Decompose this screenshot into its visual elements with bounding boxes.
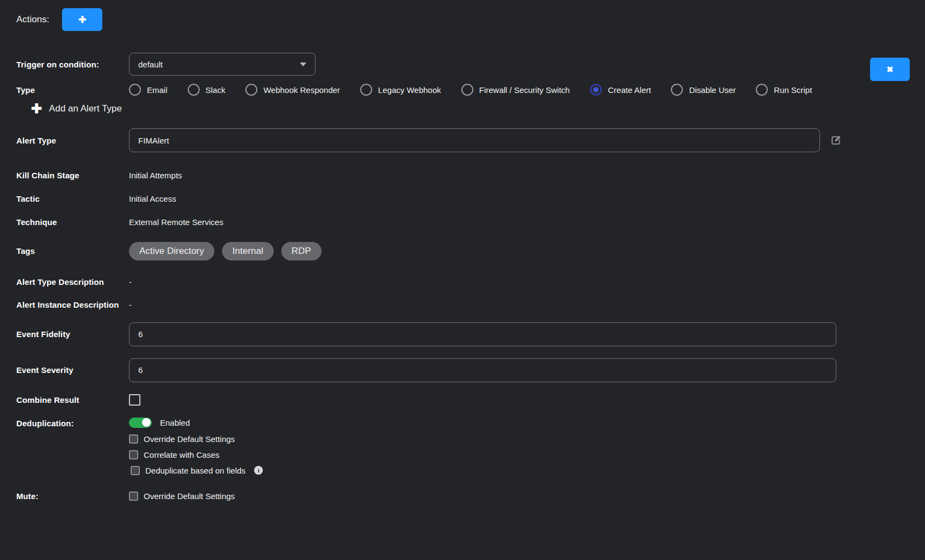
- alert-type-label: Alert Type: [16, 136, 129, 145]
- trigger-condition-value: default: [138, 60, 300, 69]
- kill-chain-stage-value: Initial Attempts: [129, 171, 182, 180]
- mute-row: Mute: Override Default Settings: [16, 491, 910, 501]
- radio-icon: [188, 84, 200, 96]
- deduplication-toggle-row: Enabled: [129, 418, 263, 428]
- radio-firewall-security-switch[interactable]: Firewall / Security Switch: [461, 84, 570, 96]
- trigger-condition-select[interactable]: default: [129, 53, 316, 76]
- radio-run-script[interactable]: Run Script: [756, 84, 812, 96]
- trigger-condition-row: Trigger on condition: default ✖: [16, 53, 910, 76]
- type-radio-group: Email Slack Webhook Responder Legacy Web…: [129, 84, 910, 96]
- alert-type-description-label: Alert Type Description: [16, 277, 129, 287]
- radio-label: Run Script: [774, 85, 812, 95]
- radio-icon: [756, 84, 768, 96]
- add-alert-type-label: Add an Alert Type: [49, 103, 122, 114]
- radio-webhook-responder[interactable]: Webhook Responder: [245, 84, 340, 96]
- radio-email[interactable]: Email: [129, 84, 168, 96]
- trigger-condition-label: Trigger on condition:: [16, 60, 129, 69]
- deduplication-toggle-state: Enabled: [160, 418, 190, 427]
- correlate-with-cases-row: Correlate with Cases: [129, 450, 263, 459]
- deduplicate-based-on-fields-row: Deduplicate based on fields i: [129, 466, 263, 475]
- override-default-settings-checkbox[interactable]: [129, 434, 138, 444]
- radio-label: Legacy Webhook: [378, 85, 441, 95]
- tags-label: Tags: [16, 246, 129, 256]
- tag-chip: Internal: [222, 242, 274, 260]
- radio-disable-user[interactable]: Disable User: [671, 84, 736, 96]
- chevron-down-icon: [300, 63, 306, 66]
- alert-type-description-row: Alert Type Description -: [16, 277, 910, 288]
- correlate-with-cases-checkbox[interactable]: [129, 450, 138, 459]
- action-config-panel: Actions: ✚ Trigger on condition: default…: [0, 0, 925, 560]
- plus-icon: ✚: [31, 102, 42, 115]
- combine-result-row: Combine Result: [16, 394, 910, 406]
- event-severity-row: Event Severity: [16, 358, 910, 382]
- radio-label: Webhook Responder: [263, 85, 340, 95]
- technique-value: External Remote Services: [129, 217, 223, 227]
- radio-icon: [671, 84, 683, 96]
- tactic-label: Tactic: [16, 194, 129, 203]
- radio-icon: [360, 84, 372, 96]
- kill-chain-stage-label: Kill Chain Stage: [16, 171, 129, 180]
- radio-label: Slack: [206, 85, 226, 95]
- radio-icon: [590, 84, 602, 96]
- radio-legacy-webhook[interactable]: Legacy Webhook: [360, 84, 441, 96]
- alert-type-description-value: -: [129, 277, 132, 287]
- technique-row: Technique External Remote Services: [16, 216, 910, 227]
- radio-label: Create Alert: [608, 85, 651, 95]
- add-action-button[interactable]: ✚: [62, 8, 102, 31]
- deduplication-label: Deduplication:: [16, 418, 129, 428]
- radio-icon: [245, 84, 257, 96]
- actions-row: Actions: ✚: [16, 8, 910, 31]
- event-severity-input[interactable]: [129, 358, 836, 382]
- type-row: Type Email Slack Webhook Responder Legac…: [16, 84, 910, 96]
- alert-instance-description-value: -: [129, 300, 132, 309]
- plus-icon: ✚: [78, 15, 86, 24]
- info-icon[interactable]: i: [254, 466, 263, 475]
- override-default-settings-label: Override Default Settings: [144, 434, 235, 444]
- toggle-knob: [142, 418, 151, 427]
- tactic-row: Tactic Initial Access: [16, 193, 910, 204]
- edit-icon[interactable]: [830, 135, 842, 146]
- radio-label: Firewall / Security Switch: [479, 85, 570, 95]
- event-severity-label: Event Severity: [16, 365, 129, 375]
- tactic-value: Initial Access: [129, 194, 176, 203]
- event-fidelity-row: Event Fidelity: [16, 322, 910, 346]
- technique-label: Technique: [16, 217, 129, 227]
- radio-label: Email: [147, 85, 168, 95]
- deduplicate-based-on-fields-checkbox[interactable]: [131, 466, 140, 475]
- alert-instance-description-row: Alert Instance Description -: [16, 300, 910, 310]
- tag-chip: Active Directory: [129, 242, 214, 260]
- event-fidelity-label: Event Fidelity: [16, 329, 129, 339]
- alert-type-row: Alert Type: [16, 128, 910, 152]
- combine-result-checkbox[interactable]: [129, 394, 140, 406]
- tag-chip-list: Active Directory Internal RDP: [129, 242, 322, 260]
- radio-icon: [129, 84, 141, 96]
- event-fidelity-input[interactable]: [129, 322, 836, 346]
- tags-row: Tags Active Directory Internal RDP: [16, 242, 910, 260]
- radio-icon: [461, 84, 473, 96]
- mute-label: Mute:: [16, 491, 129, 501]
- mute-override-label: Override Default Settings: [144, 491, 235, 501]
- add-alert-type-button[interactable]: ✚ Add an Alert Type: [31, 102, 910, 115]
- mute-override-checkbox[interactable]: [129, 491, 138, 501]
- mute-override-row: Override Default Settings: [129, 491, 235, 501]
- tag-chip: RDP: [281, 242, 322, 260]
- alert-instance-description-label: Alert Instance Description: [16, 300, 129, 309]
- radio-create-alert[interactable]: Create Alert: [590, 84, 651, 96]
- deduplication-settings: Enabled Override Default Settings Correl…: [129, 418, 263, 475]
- deduplicate-based-on-fields-label: Deduplicate based on fields: [145, 466, 245, 475]
- radio-label: Disable User: [689, 85, 736, 95]
- type-label: Type: [16, 85, 129, 95]
- actions-label: Actions:: [16, 14, 49, 25]
- close-icon: ✖: [886, 65, 893, 74]
- deduplication-row: Deduplication: Enabled Override Default …: [16, 418, 910, 475]
- alert-type-input[interactable]: [129, 128, 820, 152]
- correlate-with-cases-label: Correlate with Cases: [144, 450, 219, 459]
- radio-slack[interactable]: Slack: [188, 84, 226, 96]
- override-default-settings-row: Override Default Settings: [129, 434, 263, 444]
- deduplication-toggle[interactable]: [129, 418, 152, 428]
- kill-chain-stage-row: Kill Chain Stage Initial Attempts: [16, 170, 910, 181]
- combine-result-label: Combine Result: [16, 395, 129, 405]
- remove-action-button[interactable]: ✖: [870, 58, 910, 81]
